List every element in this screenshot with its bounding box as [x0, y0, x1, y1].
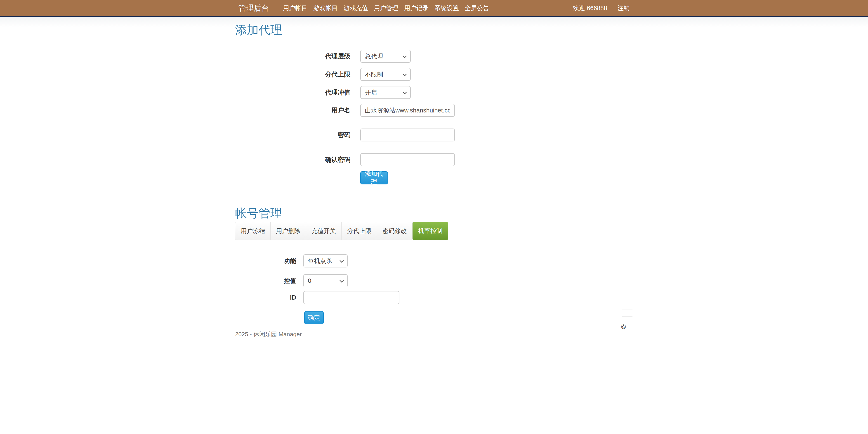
label-confirm-password: 确认密码 — [235, 153, 350, 166]
empty-panel — [622, 310, 632, 317]
top-navbar: 管理后台 用户帐目 游戏帐目 游戏充值 用户管理 用户记录 系统设置 全屏公告 … — [0, 0, 868, 17]
agent-recharge-select[interactable]: 开启 — [360, 86, 411, 99]
page-title-account-mgmt: 帐号管理 — [235, 207, 282, 220]
chevron-down-icon — [340, 258, 344, 262]
nav-item-user-records[interactable]: 用户记录 — [404, 4, 429, 12]
tab-recharge-switch[interactable]: 充值开关 — [306, 222, 342, 240]
tab-password-modify[interactable]: 密码修改 — [377, 222, 412, 240]
navbar-container: 管理后台 用户帐目 游戏帐目 游戏充值 用户管理 用户记录 系统设置 全屏公告 … — [235, 0, 633, 16]
password-input[interactable] — [360, 128, 455, 141]
label-agent-recharge: 代理冲值 — [235, 86, 350, 99]
nav-item-game-accounts[interactable]: 游戏帐目 — [313, 4, 338, 12]
page-title-add-agent: 添加代理 — [235, 23, 282, 36]
tab-user-delete[interactable]: 用户删除 — [271, 222, 306, 240]
chevron-down-icon — [340, 278, 344, 282]
subagent-limit-value: 不限制 — [365, 70, 383, 79]
footer-text: 2025 - 休闲乐园 Manager — [235, 330, 302, 338]
divider — [235, 43, 633, 43]
tab-probability-control[interactable]: 机率控制 — [412, 222, 448, 240]
divider — [235, 199, 633, 199]
account-tabs: 用户冻结 用户删除 充值开关 分代上限 密码修改 机率控制 — [235, 222, 448, 240]
copyright-symbol: © — [621, 323, 626, 330]
subagent-limit-select[interactable]: 不限制 — [360, 68, 411, 81]
divider — [235, 247, 633, 247]
label-password: 密码 — [235, 128, 350, 141]
username-input[interactable] — [360, 104, 455, 117]
main-content: 添加代理 代理层级 总代理 分代上限 不限制 代理冲值 开启 用户名 密码 确认… — [235, 17, 633, 434]
chevron-down-icon — [403, 90, 407, 94]
agent-recharge-value: 开启 — [365, 88, 377, 97]
label-id: ID — [235, 291, 296, 304]
tab-user-freeze[interactable]: 用户冻结 — [235, 222, 271, 240]
nav-item-system-settings[interactable]: 系统设置 — [434, 4, 459, 12]
label-agent-level: 代理层级 — [235, 50, 350, 63]
label-control-value: 控值 — [235, 274, 296, 287]
tab-subagent-limit[interactable]: 分代上限 — [342, 222, 377, 240]
confirm-button[interactable]: 确定 — [304, 311, 324, 324]
nav-item-game-recharge[interactable]: 游戏充值 — [343, 4, 368, 12]
brand-link[interactable]: 管理后台 — [238, 3, 269, 13]
agent-level-select[interactable]: 总代理 — [360, 50, 411, 63]
nav-item-fullscreen-notice[interactable]: 全屏公告 — [464, 4, 490, 12]
label-username: 用户名 — [235, 104, 350, 117]
label-subagent-limit: 分代上限 — [235, 68, 350, 81]
welcome-text: 欢迎 666888 — [573, 4, 607, 12]
chevron-down-icon — [403, 72, 407, 76]
navbar-right: 欢迎 666888 注销 — [573, 4, 630, 12]
function-select[interactable]: 鱼机点杀 — [303, 254, 348, 267]
control-value-select[interactable]: 0 — [303, 274, 348, 287]
control-value-value: 0 — [308, 278, 311, 284]
agent-level-value: 总代理 — [365, 52, 383, 60]
label-function: 功能 — [235, 254, 296, 267]
function-value: 鱼机点杀 — [308, 257, 332, 265]
logout-link[interactable]: 注销 — [618, 4, 630, 12]
confirm-password-input[interactable] — [360, 153, 455, 166]
nav-item-user-accounts[interactable]: 用户帐目 — [283, 4, 308, 12]
add-agent-button[interactable]: 添加代理 — [360, 171, 388, 184]
nav-item-user-manage[interactable]: 用户管理 — [373, 4, 399, 12]
chevron-down-icon — [403, 54, 407, 58]
id-input[interactable] — [303, 291, 399, 304]
